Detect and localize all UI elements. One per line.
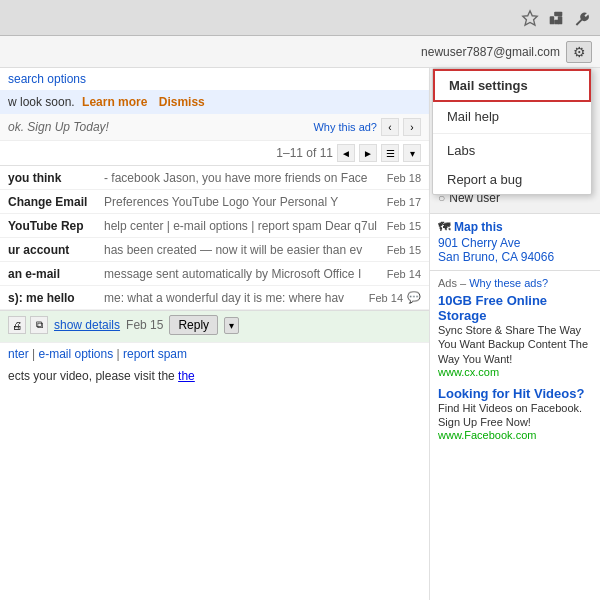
pagination-count: 1–11 of 11 [276, 146, 333, 160]
reply-dropdown-button[interactable]: ▾ [224, 317, 239, 334]
dropdown-mail-settings[interactable]: Mail settings [433, 69, 591, 102]
chrome-topbar [0, 0, 600, 36]
email-date: Feb 15 [387, 220, 421, 232]
ads-header: Ads – Why these ads? [438, 277, 592, 289]
search-options-bar: search options [0, 68, 429, 90]
ad-bar: ok. Sign Up Today! Why this ad? ‹ › [0, 114, 429, 141]
open-email-area: 🖨 ⧉ show details Feb 15 Reply ▾ [0, 310, 429, 342]
ad-entry-2: Looking for Hit Videos? Find Hit Videos … [438, 386, 592, 442]
footer-report-spam-link[interactable]: report spam [123, 347, 187, 361]
email-snippet: Preferences YouTube Logo Your Personal Y [104, 195, 381, 209]
map-address-line1[interactable]: 901 Cherry Ave [438, 236, 521, 250]
table-row[interactable]: YouTube Rep help center | e-mail options… [0, 214, 429, 238]
email-date: Feb 14 [369, 292, 403, 304]
svg-marker-0 [523, 10, 537, 24]
map-section: 🗺 Map this 901 Cherry Ave San Bruno, CA … [430, 214, 600, 271]
email-date: Feb 15 [387, 244, 421, 256]
map-address-line2[interactable]: San Bruno, CA 94066 [438, 250, 554, 264]
chat-bubble-icon: 💬 [407, 291, 421, 304]
bottom-text-row: ects your video, please visit the the [0, 365, 429, 387]
print-icon[interactable]: 🖨 [8, 316, 26, 334]
ads-section: Ads – Why these ads? 10GB Free Online St… [430, 271, 600, 600]
email-snippet: message sent automatically by Microsoft … [104, 267, 381, 281]
map-this-link[interactable]: Map this [454, 220, 503, 234]
email-snippet: me: what a wonderful day it is me: where… [104, 291, 363, 305]
email-snippet: has been created — now it will be easier… [104, 243, 381, 257]
search-options-link[interactable]: search options [8, 72, 86, 86]
table-row[interactable]: Change Email Preferences YouTube Logo Yo… [0, 190, 429, 214]
reply-button[interactable]: Reply [169, 315, 218, 335]
email-sender: YouTube Rep [8, 219, 98, 233]
open-email-date: Feb 15 [126, 318, 163, 332]
map-header: 🗺 Map this [438, 220, 592, 234]
email-date: Feb 18 [387, 172, 421, 184]
why-ads-link[interactable]: Why these ads? [469, 277, 548, 289]
footer-nter-link[interactable]: nter [8, 347, 29, 361]
dismiss-link[interactable]: Dismiss [159, 95, 205, 109]
pagination-bar: 1–11 of 11 ◄ ► ☰ ▾ [0, 141, 429, 166]
dropdown-labs[interactable]: Labs [433, 136, 591, 165]
new-look-text: w look soon. [8, 95, 75, 109]
bottom-text: ects your video, please visit the [8, 369, 175, 383]
svg-rect-4 [554, 19, 559, 24]
settings-gear-button[interactable]: ⚙ [566, 41, 592, 63]
svg-rect-1 [550, 16, 555, 24]
email-snippet: - facebook Jason, you have more friends … [104, 171, 381, 185]
map-icon: 🗺 [438, 220, 450, 234]
ad-why-link[interactable]: Why this ad? [313, 121, 377, 133]
email-sender: you think [8, 171, 98, 185]
ad2-title[interactable]: Looking for Hit Videos? [438, 386, 584, 401]
ad1-title[interactable]: 10GB Free Online Storage [438, 293, 547, 323]
learn-more-link[interactable]: Learn more [82, 95, 147, 109]
next-page-button[interactable]: ► [359, 144, 377, 162]
email-date: Feb 17 [387, 196, 421, 208]
list-view-button[interactable]: ☰ [381, 144, 399, 162]
toolbar-icons: 🖨 ⧉ [8, 316, 48, 334]
ad-entry-1: 10GB Free Online Storage Sync Store & Sh… [438, 293, 592, 378]
new-window-icon[interactable]: ⧉ [30, 316, 48, 334]
table-row[interactable]: ur account has been created — now it wil… [0, 238, 429, 262]
email-snippet: help center | e-mail options | report sp… [104, 219, 381, 233]
compact-view-button[interactable]: ▾ [403, 144, 421, 162]
email-list: you think - facebook Jason, you have mor… [0, 166, 429, 310]
left-panel: search options w look soon. Learn more D… [0, 68, 430, 600]
table-row[interactable]: you think - facebook Jason, you have mor… [0, 166, 429, 190]
ad2-desc: Find Hit Videos on Facebook. Sign Up Fre… [438, 401, 592, 430]
ad2-url: www.Facebook.com [438, 429, 592, 441]
the-link[interactable]: the [178, 369, 195, 383]
email-sender: s): me hello [8, 291, 98, 305]
wrench-icon[interactable] [572, 8, 592, 28]
settings-dropdown: Mail settings Mail help Labs Report a bu… [432, 68, 592, 195]
svg-rect-2 [554, 11, 562, 16]
ad1-desc: Sync Store & Share The Way You Want Back… [438, 323, 592, 366]
extension-icon[interactable] [546, 8, 566, 28]
show-details-link[interactable]: show details [54, 318, 120, 332]
ad-prev-button[interactable]: ‹ [381, 118, 399, 136]
dropdown-divider [433, 133, 591, 134]
ad-signup-text: ok. Sign Up Today! [8, 120, 109, 134]
email-date: Feb 14 [387, 268, 421, 280]
footer-email-options-link[interactable]: e-mail options [38, 347, 113, 361]
email-sender: an e-mail [8, 267, 98, 281]
prev-page-button[interactable]: ◄ [337, 144, 355, 162]
user-email: newuser7887@gmail.com [421, 45, 560, 59]
new-look-banner: w look soon. Learn more Dismiss [0, 90, 429, 114]
table-row[interactable]: s): me hello me: what a wonderful day it… [0, 286, 429, 310]
email-sender: Change Email [8, 195, 98, 209]
ad-next-button[interactable]: › [403, 118, 421, 136]
open-email-toolbar: 🖨 ⧉ show details Feb 15 Reply ▾ [8, 315, 421, 335]
email-sender: ur account [8, 243, 98, 257]
table-row[interactable]: an e-mail message sent automatically by … [0, 262, 429, 286]
ad1-url: www.cx.com [438, 366, 592, 378]
ads-label: Ads – [438, 277, 466, 289]
dropdown-mail-help[interactable]: Mail help [433, 102, 591, 131]
gmail-topbar: newuser7887@gmail.com ⚙ [0, 36, 600, 68]
ad-nav-area: Why this ad? ‹ › [313, 118, 421, 136]
star-icon[interactable] [520, 8, 540, 28]
email-footer-links: nter | e-mail options | report spam [0, 342, 429, 365]
dropdown-report-bug[interactable]: Report a bug [433, 165, 591, 194]
